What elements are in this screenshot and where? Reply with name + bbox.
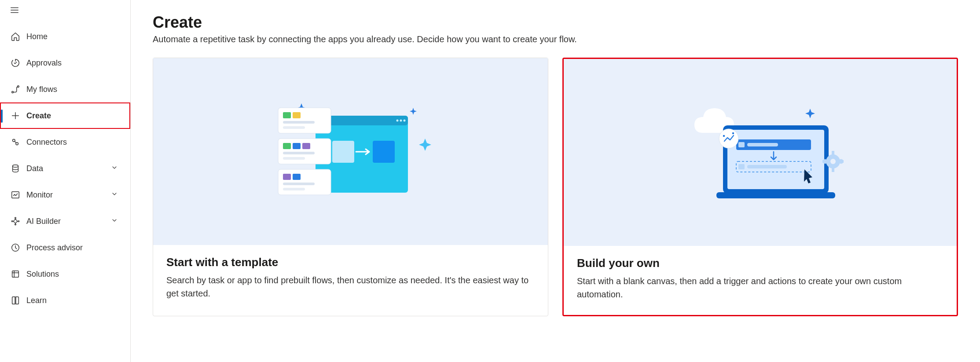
svg-rect-27 bbox=[293, 143, 301, 149]
sidebar: Home Approvals My flows Create bbox=[0, 0, 131, 362]
monitor-icon bbox=[11, 190, 20, 200]
card-title: Start with a template bbox=[166, 256, 535, 269]
svg-rect-40 bbox=[738, 142, 745, 147]
svg-rect-20 bbox=[278, 108, 331, 133]
chevron-down-icon bbox=[111, 164, 118, 173]
svg-rect-34 bbox=[283, 183, 315, 185]
card-start-with-template[interactable]: Start with a template Search by task or … bbox=[153, 58, 548, 316]
svg-rect-23 bbox=[283, 121, 315, 124]
sidebar-item-approvals[interactable]: Approvals bbox=[0, 50, 130, 76]
sidebar-item-aibuilder[interactable]: AI Builder bbox=[0, 208, 130, 234]
card-description: Start with a blank canvas, then add a tr… bbox=[577, 274, 943, 301]
data-icon bbox=[11, 164, 20, 173]
svg-rect-26 bbox=[283, 143, 291, 149]
svg-rect-41 bbox=[747, 143, 778, 146]
svg-point-17 bbox=[403, 119, 405, 121]
svg-rect-37 bbox=[727, 130, 824, 189]
svg-rect-50 bbox=[832, 151, 834, 155]
sidebar-item-myflows[interactable]: My flows bbox=[0, 76, 130, 102]
svg-rect-31 bbox=[278, 169, 331, 195]
svg-rect-46 bbox=[723, 135, 725, 137]
sidebar-item-label: Process advisor bbox=[26, 243, 83, 252]
sidebar-item-home[interactable]: Home bbox=[0, 23, 130, 50]
home-icon bbox=[11, 32, 20, 41]
sidebar-item-monitor[interactable]: Monitor bbox=[0, 182, 130, 208]
sidebar-item-label: Approvals bbox=[26, 59, 62, 68]
svg-rect-22 bbox=[293, 112, 301, 118]
sidebar-item-solutions[interactable]: Solutions bbox=[0, 261, 130, 287]
learn-icon bbox=[11, 296, 20, 305]
build-illustration bbox=[564, 59, 957, 246]
sidebar-item-connectors[interactable]: Connectors bbox=[0, 129, 130, 155]
svg-rect-44 bbox=[747, 165, 787, 168]
svg-point-16 bbox=[400, 119, 402, 121]
sidebar-item-label: AI Builder bbox=[26, 217, 61, 226]
sidebar-item-label: Create bbox=[26, 111, 51, 121]
page-subtitle: Automate a repetitive task by connecting… bbox=[153, 34, 958, 44]
plus-icon bbox=[11, 111, 20, 121]
hamburger-icon[interactable] bbox=[10, 9, 19, 16]
card-build-your-own[interactable]: Build your own Start with a blank canvas… bbox=[562, 58, 958, 316]
sidebar-item-label: Data bbox=[26, 164, 43, 173]
page-title: Create bbox=[153, 13, 958, 32]
svg-rect-51 bbox=[832, 168, 834, 172]
svg-rect-21 bbox=[283, 112, 291, 118]
svg-rect-28 bbox=[302, 143, 310, 149]
svg-rect-25 bbox=[278, 139, 331, 164]
svg-rect-33 bbox=[293, 174, 301, 180]
connectors-icon bbox=[11, 137, 20, 147]
svg-rect-43 bbox=[738, 164, 745, 169]
sidebar-item-label: Monitor bbox=[26, 190, 53, 200]
sidebar-item-processadvisor[interactable]: Process advisor bbox=[0, 234, 130, 261]
sidebar-item-create[interactable]: Create bbox=[0, 102, 130, 129]
svg-rect-47 bbox=[732, 132, 734, 134]
svg-rect-32 bbox=[283, 174, 291, 180]
sidebar-item-learn[interactable]: Learn bbox=[0, 287, 130, 314]
card-title: Build your own bbox=[577, 256, 943, 270]
svg-point-49 bbox=[830, 159, 836, 164]
sidebar-item-label: Solutions bbox=[26, 270, 59, 279]
chevron-down-icon bbox=[111, 190, 118, 200]
sidebar-item-label: Learn bbox=[26, 296, 47, 305]
svg-rect-35 bbox=[283, 188, 305, 190]
myflows-icon bbox=[11, 84, 20, 94]
approvals-icon bbox=[11, 58, 20, 68]
svg-point-4 bbox=[13, 165, 18, 168]
sidebar-item-label: Home bbox=[26, 32, 48, 41]
aibuilder-icon bbox=[11, 216, 20, 226]
sidebar-item-data[interactable]: Data bbox=[0, 155, 130, 182]
svg-rect-30 bbox=[283, 157, 305, 160]
card-description: Search by task or app to find prebuilt f… bbox=[166, 274, 535, 300]
sidebar-item-label: My flows bbox=[26, 85, 57, 94]
solutions-icon bbox=[11, 269, 20, 279]
processadvisor-icon bbox=[11, 243, 20, 252]
svg-rect-24 bbox=[283, 126, 305, 129]
svg-rect-12 bbox=[12, 271, 19, 278]
main-content: Create Automate a repetitive task by con… bbox=[131, 0, 980, 362]
svg-rect-29 bbox=[283, 152, 315, 154]
svg-rect-18 bbox=[332, 141, 354, 163]
sidebar-item-label: Connectors bbox=[26, 138, 67, 147]
chevron-down-icon bbox=[111, 217, 118, 226]
svg-rect-19 bbox=[373, 141, 395, 163]
svg-point-15 bbox=[396, 119, 398, 121]
svg-point-6 bbox=[14, 219, 17, 223]
svg-rect-38 bbox=[716, 192, 835, 198]
template-illustration bbox=[153, 58, 548, 245]
